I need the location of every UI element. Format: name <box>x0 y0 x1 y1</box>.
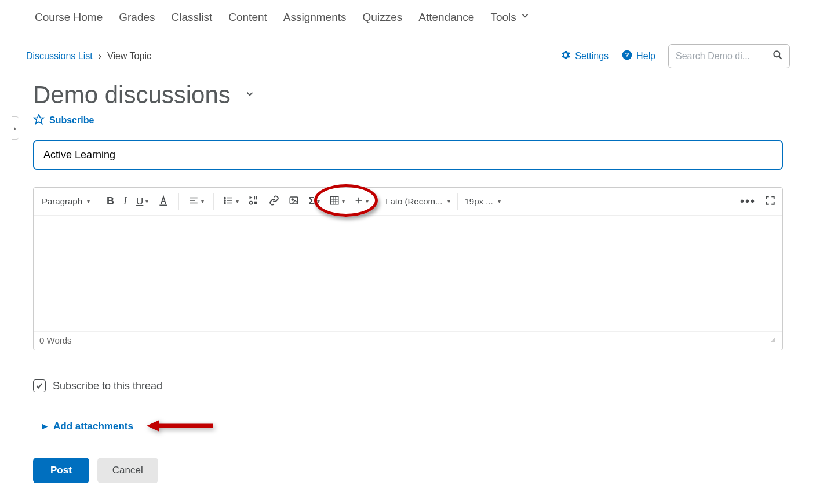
caret-right-icon: ▸ <box>42 420 48 432</box>
table-icon <box>329 195 340 207</box>
resize-grip-icon[interactable] <box>767 334 777 346</box>
subscribe-thread-checkbox[interactable] <box>33 379 46 392</box>
nav-grades[interactable]: Grades <box>119 11 155 24</box>
subscribe-button[interactable]: Subscribe <box>33 114 790 127</box>
help-link[interactable]: ? Help <box>621 49 655 63</box>
editor-toolbar: Paragraph ▾ B I U ▾ <box>34 188 782 216</box>
insert-more-button[interactable]: ▾ <box>349 192 373 210</box>
equation-button[interactable]: Σ ▾ <box>304 192 325 211</box>
svg-point-11 <box>224 200 225 201</box>
svg-text:?: ? <box>625 51 629 59</box>
font-size-dropdown[interactable]: 19px ... ▾ <box>459 194 507 209</box>
plus-icon <box>354 196 363 207</box>
svg-point-2 <box>774 51 779 57</box>
svg-rect-23 <box>330 196 338 204</box>
chevron-down-icon: ▾ <box>201 198 204 204</box>
chevron-down-icon: ▾ <box>498 198 501 204</box>
nav-tools[interactable]: Tools <box>490 10 530 24</box>
paragraph-dropdown[interactable]: Paragraph ▾ <box>36 194 96 209</box>
link-button[interactable] <box>264 192 284 211</box>
list-button[interactable]: ▾ <box>218 192 243 211</box>
bullet-list-icon <box>223 195 234 207</box>
nav-assignments[interactable]: Assignments <box>283 11 347 24</box>
chevron-down-icon: ▾ <box>317 198 320 204</box>
link-icon <box>269 195 279 207</box>
breadcrumb: Discussions List › View Topic <box>26 51 151 61</box>
search-input[interactable] <box>675 50 762 62</box>
insert-stuff-icon <box>248 195 260 208</box>
fullscreen-icon <box>765 195 775 207</box>
sigma-icon: Σ <box>308 195 315 207</box>
breadcrumb-separator: › <box>99 51 101 61</box>
svg-point-12 <box>224 202 225 203</box>
underline-button[interactable]: U ▾ <box>132 192 153 211</box>
image-icon <box>289 195 299 207</box>
annotation-arrow <box>147 419 216 433</box>
chevron-down-icon: ▾ <box>447 198 450 204</box>
expand-handle[interactable]: ▸ <box>12 116 19 140</box>
rich-text-editor: Paragraph ▾ B I U ▾ <box>33 187 783 350</box>
svg-rect-18 <box>256 196 257 200</box>
word-count: 0 Words <box>39 335 72 345</box>
svg-point-10 <box>224 197 225 198</box>
svg-marker-4 <box>34 115 44 124</box>
insert-stuff-button[interactable] <box>243 191 264 211</box>
post-button[interactable]: Post <box>33 458 89 483</box>
chevron-down-icon: ▾ <box>236 198 239 204</box>
main-navbar: Course Home Grades Classlist Content Ass… <box>0 0 816 32</box>
more-actions-button[interactable]: ••• <box>735 191 760 211</box>
font-color-icon <box>158 195 169 208</box>
cancel-button[interactable]: Cancel <box>97 458 158 483</box>
subscribe-thread-label: Subscribe to this thread <box>53 380 162 392</box>
svg-point-19 <box>250 202 253 204</box>
nav-content[interactable]: Content <box>228 11 267 24</box>
bold-button[interactable]: B <box>102 192 119 211</box>
search-box[interactable] <box>668 44 790 68</box>
svg-marker-16 <box>250 196 253 199</box>
help-icon: ? <box>621 49 633 63</box>
title-dropdown-icon[interactable] <box>245 89 255 102</box>
nav-attendance[interactable]: Attendance <box>418 11 474 24</box>
subject-input[interactable] <box>42 148 774 162</box>
breadcrumb-link[interactable]: Discussions List <box>26 51 93 61</box>
align-button[interactable]: ▾ <box>184 192 209 211</box>
subject-field-wrap <box>33 140 783 170</box>
chevron-down-icon <box>520 10 530 24</box>
svg-point-22 <box>292 199 294 200</box>
fullscreen-button[interactable] <box>760 192 780 211</box>
chevron-down-icon: ▾ <box>145 198 148 204</box>
star-icon <box>33 114 45 127</box>
italic-button[interactable]: I <box>119 192 132 211</box>
image-button[interactable] <box>284 192 304 211</box>
ellipsis-icon: ••• <box>740 195 756 208</box>
add-attachments-button[interactable]: ▸ Add attachments <box>42 420 783 432</box>
page-title: Demo discussions <box>33 81 790 109</box>
search-icon[interactable] <box>772 49 784 63</box>
text-color-button[interactable] <box>153 191 174 211</box>
chevron-down-icon: ▾ <box>366 198 369 204</box>
gear-icon <box>560 49 571 63</box>
settings-link[interactable]: Settings <box>560 49 609 63</box>
editor-body[interactable] <box>34 216 782 331</box>
align-left-icon <box>188 195 199 207</box>
breadcrumb-current: View Topic <box>107 51 151 61</box>
svg-rect-21 <box>290 197 298 204</box>
svg-line-3 <box>779 56 782 59</box>
font-family-dropdown[interactable]: Lato (Recom... ▾ <box>380 194 456 209</box>
nav-quizzes[interactable]: Quizzes <box>363 11 403 24</box>
chevron-down-icon: ▾ <box>87 198 90 204</box>
svg-rect-20 <box>254 202 257 204</box>
nav-course-home[interactable]: Course Home <box>35 11 103 24</box>
svg-marker-31 <box>147 420 159 432</box>
svg-rect-17 <box>254 196 255 200</box>
chevron-down-icon: ▾ <box>342 198 345 204</box>
nav-classlist[interactable]: Classlist <box>172 11 213 24</box>
table-button[interactable]: ▾ <box>325 192 349 211</box>
